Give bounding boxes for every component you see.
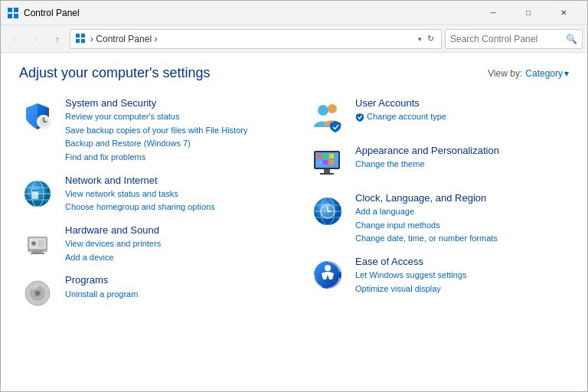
system-security-title[interactable]: System and Security: [65, 97, 156, 109]
svg-point-31: [318, 105, 328, 116]
svg-rect-41: [324, 169, 330, 173]
hardware-link-1[interactable]: View devices and printers: [65, 237, 279, 251]
svg-rect-4: [76, 34, 80, 38]
ease-link-2[interactable]: Optimize visual display: [355, 283, 569, 296]
category-system-security: System and Security Review your computer…: [19, 96, 279, 165]
appearance-info: Appearance and Personalization Change th…: [355, 144, 569, 172]
appearance-title[interactable]: Appearance and Personalization: [355, 145, 499, 156]
shield-small-icon: [355, 113, 364, 122]
svg-rect-42: [320, 173, 334, 175]
ease-info: Ease of Access Let Windows suggest setti…: [355, 255, 569, 296]
categories-left-col: System and Security Review your computer…: [19, 96, 279, 321]
clock-link-3[interactable]: Change date, time, or number formats: [355, 232, 569, 246]
category-clock: Clock, Language, and Region Add a langua…: [309, 191, 569, 246]
category-ease: Ease of Access Let Windows suggest setti…: [309, 255, 569, 296]
system-security-link-2[interactable]: Save backup copies of your files with Fi…: [65, 124, 279, 138]
user-accounts-info: User Accounts Change account type: [355, 96, 569, 124]
programs-icon: [19, 275, 56, 312]
minimize-button[interactable]: ─: [475, 1, 511, 25]
svg-rect-36: [323, 154, 328, 158]
network-info: Network and Internet View network status…: [65, 174, 279, 214]
appearance-link-1[interactable]: Change the theme: [355, 158, 569, 172]
category-hardware: Hardware and Sound View devices and prin…: [19, 224, 279, 264]
svg-rect-35: [317, 154, 322, 158]
system-security-icon: [19, 98, 56, 135]
clock-link-1[interactable]: Add a language: [355, 205, 569, 219]
search-box[interactable]: 🔍: [445, 29, 583, 49]
programs-title[interactable]: Programs: [65, 274, 108, 286]
programs-link-1[interactable]: Uninstall a program: [65, 288, 279, 302]
system-security-link-1[interactable]: Review your computer's status: [65, 110, 279, 124]
categories-grid: System and Security Review your computer…: [19, 96, 569, 321]
forward-button[interactable]: ›: [27, 30, 45, 48]
clock-link-2[interactable]: Change input methods: [355, 219, 569, 233]
ease-icon: [309, 256, 346, 293]
main-window: Control Panel ─ □ ✕ ‹ › ↑ › Control Pane…: [0, 0, 588, 392]
main-content: Adjust your computer's settings View by:…: [1, 53, 587, 391]
svg-point-32: [328, 104, 337, 113]
svg-rect-3: [14, 14, 18, 18]
user-accounts-icon: [309, 98, 346, 135]
system-security-link-4[interactable]: Find and fix problems: [65, 151, 279, 165]
clock-info: Clock, Language, and Region Add a langua…: [355, 191, 569, 246]
address-bar: ‹ › ↑ › Control Panel › ▾ ↻ 🔍: [1, 25, 587, 53]
window-title: Control Panel: [24, 8, 475, 18]
svg-rect-0: [8, 8, 12, 12]
page-header: Adjust your computer's settings View by:…: [19, 65, 569, 81]
view-by-control: View by: Category ▾: [488, 68, 569, 79]
category-appearance: Appearance and Personalization Change th…: [309, 144, 569, 182]
svg-rect-6: [76, 39, 80, 43]
svg-rect-22: [31, 253, 44, 254]
search-input[interactable]: [450, 34, 563, 44]
hardware-info: Hardware and Sound View devices and prin…: [65, 224, 279, 264]
svg-rect-2: [8, 14, 12, 18]
svg-rect-5: [81, 34, 85, 38]
network-link-2[interactable]: Choose homegroup and sharing options: [65, 201, 279, 214]
up-button[interactable]: ↑: [48, 30, 67, 48]
category-user-accounts: User Accounts Change account type: [309, 96, 569, 135]
category-network: Network and Internet View network status…: [19, 174, 279, 214]
search-icon: 🔍: [566, 34, 577, 44]
svg-rect-39: [323, 160, 328, 165]
hardware-icon: [19, 225, 56, 262]
svg-rect-7: [81, 39, 85, 43]
refresh-button[interactable]: ↻: [425, 34, 436, 44]
view-by-dropdown[interactable]: Category ▾: [525, 68, 569, 79]
svg-point-25: [32, 242, 35, 245]
user-accounts-link-1[interactable]: Change account type: [367, 110, 446, 124]
categories-right-col: User Accounts Change account type: [309, 96, 569, 321]
svg-rect-40: [329, 160, 334, 165]
svg-point-52: [325, 265, 331, 271]
back-button[interactable]: ‹: [5, 30, 24, 48]
svg-rect-38: [317, 160, 322, 165]
address-path: › Control Panel ›: [90, 34, 415, 44]
maximize-button[interactable]: □: [511, 1, 546, 25]
hardware-title[interactable]: Hardware and Sound: [65, 224, 159, 236]
address-box[interactable]: › Control Panel › ▾ ↻: [70, 29, 442, 49]
network-title[interactable]: Network and Internet: [65, 175, 158, 186]
network-icon: [19, 175, 56, 212]
svg-rect-21: [32, 250, 43, 253]
svg-rect-1: [14, 8, 18, 12]
app-icon: [7, 7, 19, 19]
view-by-label: View by:: [488, 68, 522, 79]
appearance-icon: [309, 145, 346, 182]
clock-icon: [309, 193, 346, 230]
hardware-link-2[interactable]: Add a device: [65, 251, 279, 265]
close-button[interactable]: ✕: [546, 1, 581, 25]
system-security-link-3[interactable]: Backup and Restore (Windows 7): [65, 137, 279, 151]
category-programs: Programs Uninstall a program: [19, 273, 279, 312]
title-bar: Control Panel ─ □ ✕: [1, 1, 587, 25]
page-title: Adjust your computer's settings: [19, 65, 211, 81]
ease-title[interactable]: Ease of Access: [355, 256, 423, 267]
svg-rect-37: [329, 154, 334, 158]
ease-link-1[interactable]: Let Windows suggest settings: [355, 269, 569, 283]
network-link-1[interactable]: View network status and tasks: [65, 188, 279, 201]
svg-point-29: [36, 292, 39, 295]
address-icon: [75, 33, 87, 45]
clock-title[interactable]: Clock, Language, and Region: [355, 192, 486, 204]
address-dropdown-arrow[interactable]: ▾: [418, 35, 422, 43]
svg-rect-23: [38, 240, 44, 247]
svg-rect-18: [32, 190, 38, 191]
user-accounts-title[interactable]: User Accounts: [355, 97, 420, 109]
